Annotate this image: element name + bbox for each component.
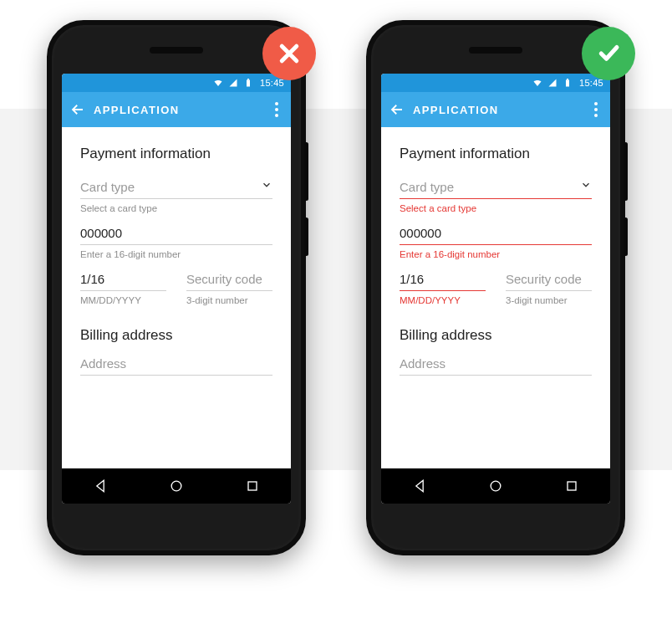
card-number-helper: Enter a 16-digit number xyxy=(80,245,272,259)
overflow-menu-icon[interactable] xyxy=(590,102,602,117)
battery-icon xyxy=(563,78,573,88)
svg-rect-1 xyxy=(247,79,249,80)
back-button[interactable] xyxy=(389,102,408,117)
address-field[interactable]: Address xyxy=(80,356,272,376)
wifi-icon xyxy=(213,78,223,88)
card-number-field[interactable]: 000000 Enter a 16-digit number xyxy=(400,225,592,259)
section-title-payment: Payment information xyxy=(80,146,272,162)
svg-point-6 xyxy=(491,481,501,491)
security-code-label: Security code xyxy=(186,272,272,286)
card-number-value: 000000 xyxy=(80,226,272,240)
status-bar: 15:45 xyxy=(62,74,291,92)
card-type-field[interactable]: Card type Select a card type xyxy=(80,179,272,213)
app-bar: APPLICATION xyxy=(62,92,291,127)
security-code-field[interactable]: Security code 3-digit number xyxy=(186,271,272,305)
form-content: Payment information Card type Select a c… xyxy=(381,127,610,468)
nav-home-button[interactable] xyxy=(151,478,201,494)
security-code-helper: 3-digit number xyxy=(506,291,592,305)
nav-back-button[interactable] xyxy=(75,478,125,494)
svg-rect-5 xyxy=(567,79,568,80)
android-nav-bar xyxy=(62,468,291,504)
card-type-field[interactable]: Card type Select a card type xyxy=(400,179,592,213)
status-bar: 15:45 xyxy=(381,74,610,92)
svg-point-2 xyxy=(171,481,181,491)
address-label: Address xyxy=(400,356,592,371)
android-nav-bar xyxy=(381,468,610,504)
svg-rect-3 xyxy=(248,482,257,490)
form-content: Payment information Card type Select a c… xyxy=(62,127,291,468)
expiry-field[interactable]: 1/16 MM/DD/YYYY xyxy=(400,271,486,305)
section-title-payment: Payment information xyxy=(400,146,592,162)
chevron-down-icon xyxy=(261,179,272,194)
card-number-value: 000000 xyxy=(400,226,592,240)
battery-icon xyxy=(243,78,253,88)
signal-icon xyxy=(228,78,238,88)
security-code-field[interactable]: Security code 3-digit number xyxy=(506,271,592,305)
check-icon xyxy=(582,27,635,80)
nav-recents-button[interactable] xyxy=(547,478,597,494)
nav-recents-button[interactable] xyxy=(227,478,277,494)
nav-back-button[interactable] xyxy=(395,478,445,494)
card-type-label: Card type xyxy=(400,180,580,194)
svg-rect-7 xyxy=(568,482,576,490)
back-button[interactable] xyxy=(70,102,89,117)
expiry-helper: MM/DD/YYYY xyxy=(80,291,166,305)
phone-frame-left: 15:45 APPLICATION Payment information Ca… xyxy=(47,20,306,555)
overflow-menu-icon[interactable] xyxy=(271,102,283,117)
phone-frame-right: 15:45 APPLICATION Payment information Ca… xyxy=(366,20,625,555)
card-type-helper: Select a card type xyxy=(80,199,272,213)
expiry-value: 1/16 xyxy=(400,272,486,286)
cross-icon xyxy=(262,27,316,80)
section-title-billing: Billing address xyxy=(400,327,592,344)
svg-rect-0 xyxy=(247,80,250,87)
card-type-helper: Select a card type xyxy=(400,199,592,213)
nav-home-button[interactable] xyxy=(471,478,521,494)
status-time: 15:45 xyxy=(260,78,284,88)
card-number-helper: Enter a 16-digit number xyxy=(400,245,592,259)
signal-icon xyxy=(547,78,557,88)
wifi-icon xyxy=(532,78,542,88)
svg-rect-4 xyxy=(566,80,569,87)
app-bar: APPLICATION xyxy=(381,92,610,127)
expiry-field[interactable]: 1/16 MM/DD/YYYY xyxy=(80,271,166,305)
address-label: Address xyxy=(80,356,272,371)
address-field[interactable]: Address xyxy=(400,356,592,376)
app-bar-title: APPLICATION xyxy=(89,104,271,116)
section-title-billing: Billing address xyxy=(80,327,272,344)
chevron-down-icon xyxy=(580,179,592,194)
card-number-field[interactable]: 000000 Enter a 16-digit number xyxy=(80,225,272,259)
security-code-label: Security code xyxy=(506,272,592,286)
status-time: 15:45 xyxy=(579,78,603,88)
card-type-label: Card type xyxy=(80,180,261,194)
app-bar-title: APPLICATION xyxy=(408,104,590,116)
expiry-helper: MM/DD/YYYY xyxy=(400,291,486,305)
security-code-helper: 3-digit number xyxy=(186,291,272,305)
expiry-value: 1/16 xyxy=(80,272,166,286)
